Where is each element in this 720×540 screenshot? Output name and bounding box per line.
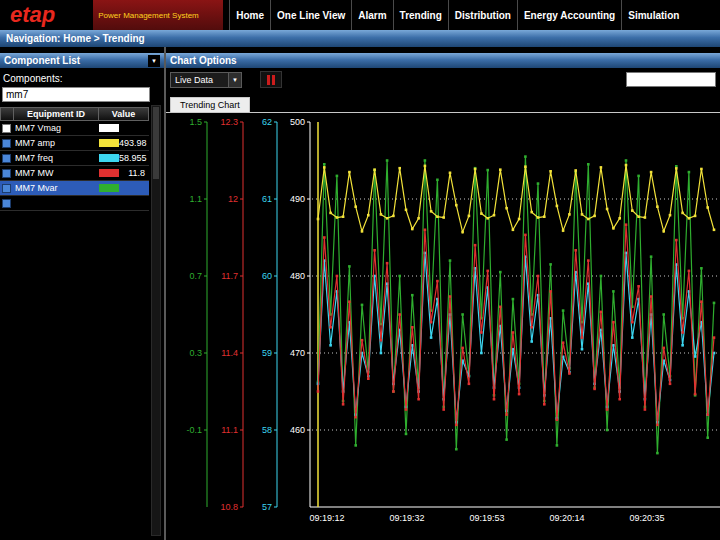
svg-text:62: 62 [262, 117, 272, 127]
svg-text:460: 460 [290, 425, 305, 435]
pause-button[interactable] [260, 71, 282, 88]
component-value: 11.8 [128, 168, 147, 178]
chart-region: 1.51.10.70.3-0.112.31211.711.411.110.862… [166, 113, 720, 540]
svg-text:12: 12 [228, 194, 238, 204]
value-cell [97, 196, 147, 210]
series-color-swatch [99, 169, 119, 177]
svg-text:470: 470 [290, 348, 305, 358]
series-color-swatch [99, 124, 119, 132]
svg-text:1.1: 1.1 [189, 194, 202, 204]
series-color-swatch [99, 139, 119, 147]
component-table: Equipment ID Value MM7 VmagMM7 amp493.98… [0, 107, 149, 211]
equipment-id: MM7 amp [13, 138, 97, 148]
breadcrumb-bar: Navigation: Home > Trending [0, 30, 720, 47]
toolbar-text-input[interactable] [626, 72, 716, 87]
svg-text:12.3: 12.3 [220, 117, 238, 127]
component-list-header: Component List ▼ [0, 53, 164, 68]
component-row[interactable] [0, 196, 149, 211]
col-header-equipment-id: Equipment ID [14, 107, 99, 121]
data-mode-select[interactable]: Live Data ▼ [170, 72, 242, 88]
trend-chart: 1.51.10.70.3-0.112.31211.711.411.110.862… [166, 113, 720, 540]
component-list-scrollbar[interactable] [151, 105, 161, 536]
svg-text:57: 57 [262, 502, 272, 512]
component-value: 493.98 [119, 138, 149, 148]
product-badge: Power Management System [93, 0, 223, 30]
component-row[interactable]: MM7 Vmag [0, 121, 149, 136]
svg-text:490: 490 [290, 194, 305, 204]
svg-text:59: 59 [262, 348, 272, 358]
main-menu: HomeOne Line ViewAlarmTrendingDistributi… [229, 0, 720, 30]
col-header-checkbox [0, 107, 14, 121]
svg-text:09:19:12: 09:19:12 [309, 513, 344, 523]
equipment-id: MM7 Vmag [13, 123, 97, 133]
menu-item-trending[interactable]: Trending [393, 0, 448, 30]
svg-text:61: 61 [262, 194, 272, 204]
svg-text:09:19:53: 09:19:53 [469, 513, 504, 523]
checkbox-checked-icon[interactable] [2, 139, 11, 148]
svg-text:60: 60 [262, 271, 272, 281]
component-row[interactable]: MM7 Mvar [0, 181, 149, 196]
equipment-id: MM7 freq [13, 153, 97, 163]
chevron-down-icon: ▼ [228, 73, 241, 87]
menu-item-energy-accounting[interactable]: Energy Accounting [517, 0, 621, 30]
top-bar: etap Power Management System HomeOne Lin… [0, 0, 720, 30]
component-row[interactable]: MM7 amp493.98 [0, 136, 149, 151]
svg-text:09:20:14: 09:20:14 [549, 513, 584, 523]
svg-text:11.4: 11.4 [221, 348, 238, 358]
value-cell: 493.98 [97, 136, 147, 150]
chart-panel: Chart Options Live Data ▼ Trending Chart… [166, 47, 720, 540]
svg-text:1.5: 1.5 [189, 117, 202, 127]
svg-text:11.7: 11.7 [221, 271, 238, 281]
checkbox-unchecked-icon[interactable] [2, 124, 11, 133]
menu-item-one-line-view[interactable]: One Line View [270, 0, 351, 30]
svg-text:11.1: 11.1 [221, 425, 238, 435]
value-cell [97, 181, 147, 195]
value-cell [97, 121, 147, 135]
equipment-id: MM7 MW [13, 168, 97, 178]
content-area: Component List ▼ Components: Equipment I… [0, 47, 720, 540]
value-cell: 58.955 [97, 151, 147, 165]
component-filter-input[interactable] [2, 87, 150, 102]
checkbox-checked-icon[interactable] [2, 154, 11, 163]
svg-text:09:20:35: 09:20:35 [629, 513, 664, 523]
svg-text:500: 500 [290, 117, 305, 127]
svg-text:0.3: 0.3 [189, 348, 202, 358]
menu-item-distribution[interactable]: Distribution [448, 0, 517, 30]
value-cell: 11.8 [97, 166, 147, 180]
tab-trending-chart[interactable]: Trending Chart [170, 97, 250, 112]
component-rows: MM7 VmagMM7 amp493.98MM7 freq58.955MM7 M… [0, 121, 149, 211]
breadcrumb: Navigation: Home > Trending [6, 33, 145, 44]
component-row[interactable]: MM7 MW11.8 [0, 166, 149, 181]
series-color-swatch [99, 184, 119, 192]
menu-item-simulation[interactable]: Simulation [621, 0, 685, 30]
equipment-id: MM7 Mvar [13, 183, 97, 193]
component-list-title: Component List [4, 55, 80, 66]
components-label: Components: [3, 73, 160, 84]
tab-bar: Trending Chart [166, 98, 720, 113]
menu-item-alarm[interactable]: Alarm [351, 0, 392, 30]
checkbox-checked-icon[interactable] [2, 184, 11, 193]
checkbox-checked-icon[interactable] [2, 169, 11, 178]
svg-text:-0.1: -0.1 [186, 425, 202, 435]
chart-options-header: Chart Options [166, 53, 720, 68]
series-color-swatch [99, 154, 119, 162]
pause-icon [272, 75, 275, 85]
svg-text:0.7: 0.7 [189, 271, 202, 281]
chart-options-title: Chart Options [170, 55, 237, 66]
svg-text:58: 58 [262, 425, 272, 435]
collapse-arrow-icon[interactable]: ▼ [148, 55, 160, 67]
checkbox-checked-icon[interactable] [2, 199, 11, 208]
app-window: etap Power Management System HomeOne Lin… [0, 0, 720, 540]
component-list-panel: Component List ▼ Components: Equipment I… [0, 47, 166, 540]
component-value: 58.955 [119, 153, 149, 163]
svg-text:09:19:32: 09:19:32 [389, 513, 424, 523]
pause-icon [267, 75, 270, 85]
component-row[interactable]: MM7 freq58.955 [0, 151, 149, 166]
svg-text:480: 480 [290, 271, 305, 281]
svg-text:10.8: 10.8 [220, 502, 238, 512]
data-mode-value: Live Data [175, 75, 213, 85]
scrollbar-thumb[interactable] [153, 107, 159, 179]
col-header-value: Value [99, 107, 149, 121]
menu-item-home[interactable]: Home [229, 0, 270, 30]
component-table-header: Equipment ID Value [0, 107, 149, 121]
